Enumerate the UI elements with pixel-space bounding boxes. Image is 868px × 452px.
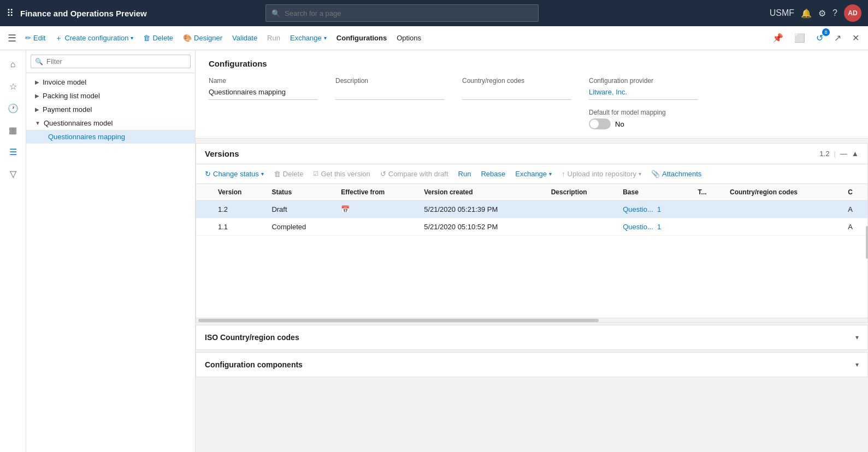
filter-icon-btn[interactable]: ▽ (3, 164, 23, 183)
pin-icon-btn[interactable]: 📌 (768, 31, 788, 45)
scroll-thumb[interactable] (198, 319, 599, 322)
row-base-2: Questio... 1 (616, 218, 691, 236)
expand-invoice-icon: ▶ (35, 79, 39, 85)
resize-handle[interactable] (866, 226, 868, 259)
search-input[interactable] (285, 9, 533, 17)
iso-section-header[interactable]: ISO Country/region codes ▾ (196, 325, 867, 349)
row-version-created: 5/21/2020 05:21:39 PM (417, 201, 544, 218)
calendar-icon[interactable]: 📅 (341, 205, 350, 213)
row-base-num[interactable]: 1 (657, 205, 661, 213)
run-button[interactable]: Run (263, 32, 285, 44)
tree-item-payment[interactable]: ▶ Payment model (26, 103, 195, 116)
tree-item-packing[interactable]: ▶ Packing list model (26, 89, 195, 103)
compare-icon: ↺ (380, 170, 386, 178)
col-status[interactable]: Status (265, 184, 334, 201)
search-bar[interactable]: 🔍 (265, 4, 539, 22)
attachments-btn[interactable]: 📎 Attachments (647, 168, 706, 180)
refresh-icon-btn[interactable]: ↺ 8 (812, 31, 828, 45)
versions-separator: | (834, 150, 835, 158)
country-codes-field: Country/region codes (462, 77, 571, 129)
upload-repo-btn[interactable]: ↑ Upload into repository ▾ (557, 168, 646, 180)
col-country-codes[interactable]: Country/region codes (723, 184, 841, 201)
row-description (545, 201, 616, 218)
versions-run-btn[interactable]: Run (454, 168, 476, 180)
table-row[interactable]: 1.1 Completed 5/21/2020 05:10:52 PM Ques… (196, 218, 867, 236)
app-title: Finance and Operations Preview (20, 9, 147, 18)
open-external-icon-btn[interactable]: ↗ (830, 31, 846, 45)
col-version[interactable]: Version (211, 184, 265, 201)
versions-collapse-btn[interactable]: ▲ (852, 150, 859, 158)
versions-section: Versions 1.2 | — ▲ ↻ Change status ▾ 🗑 D… (196, 143, 868, 323)
description-field: Description (335, 77, 445, 129)
edit-button[interactable]: ✏ Edit (21, 32, 50, 44)
row-base-link-2[interactable]: Questio... (623, 223, 653, 231)
expand-packing-icon: ▶ (35, 93, 39, 99)
username-label: USMF (770, 8, 794, 18)
workspace-icon-btn[interactable]: ▦ (3, 120, 23, 140)
waffle-icon[interactable]: ⠿ (7, 7, 14, 19)
col-version-created[interactable]: Version created (417, 184, 544, 201)
exchange-button[interactable]: Exchange ▾ (286, 32, 331, 44)
collapse-sidebar-icon[interactable]: ☰ (4, 30, 20, 46)
default-mapping-label: Default for model mapping (589, 109, 698, 116)
row-base-link[interactable]: Questio... (623, 205, 653, 213)
expand-questionnaires-icon: ▼ (35, 120, 40, 126)
configurations-button[interactable]: Configurations (332, 32, 391, 44)
list-icon-btn[interactable]: ☰ (3, 142, 23, 162)
compare-draft-btn[interactable]: ↺ Compare with draft (376, 168, 453, 180)
table-row[interactable]: 1.2 Draft 📅 5/21/2020 05:21:39 PM Questi… (196, 201, 867, 218)
tree-item-questionnaires-mapping[interactable]: Questionnaires mapping (26, 130, 195, 144)
col-base[interactable]: Base (616, 184, 691, 201)
name-value[interactable]: Questionnaires mapping (209, 87, 318, 100)
help-icon[interactable]: ? (832, 8, 837, 18)
col-t[interactable]: T... (692, 184, 723, 201)
settings-icon[interactable]: ⚙ (818, 8, 826, 19)
components-section-header[interactable]: Configuration components ▾ (196, 353, 867, 377)
table-scroll-bar[interactable] (196, 318, 867, 322)
designer-button[interactable]: 🎨 Designer (179, 32, 227, 44)
versions-header-right: 1.2 | — ▲ (819, 150, 859, 158)
upload-icon: ↑ (562, 170, 565, 178)
col-indicator (196, 184, 211, 201)
versions-table-header: Version Status Effective from Version cr… (196, 184, 867, 201)
create-config-button[interactable]: ＋ Create configuration ▾ (51, 31, 138, 45)
provider-label: Configuration provider (589, 77, 698, 85)
provider-link[interactable]: Litware, Inc. (589, 88, 627, 96)
exchange-caret: ▾ (324, 35, 327, 41)
notification-icon[interactable]: 🔔 (801, 8, 812, 19)
options-button[interactable]: Options (392, 32, 426, 44)
filter-icon: 🔍 (35, 58, 43, 66)
change-status-btn[interactable]: ↻ Change status ▾ (200, 168, 268, 180)
col-description[interactable]: Description (545, 184, 616, 201)
name-label: Name (209, 77, 318, 85)
default-mapping-toggle[interactable] (589, 118, 611, 129)
expand-icon-btn[interactable]: ⬜ (790, 31, 810, 45)
col-effective-from[interactable]: Effective from (334, 184, 417, 201)
change-status-icon: ↻ (205, 170, 211, 178)
delete-button[interactable]: 🗑 Delete (139, 32, 178, 44)
row-status-2: Completed (265, 218, 334, 236)
change-status-caret: ▾ (261, 171, 264, 177)
country-codes-value[interactable] (462, 87, 571, 100)
avatar[interactable]: AD (844, 4, 861, 22)
filter-input[interactable] (31, 55, 191, 68)
description-value[interactable] (335, 87, 445, 100)
validate-button[interactable]: Validate (228, 32, 262, 44)
tree-filter-area: 🔍 (26, 50, 195, 73)
recent-icon-btn[interactable]: 🕐 (3, 98, 23, 118)
versions-exchange-btn[interactable]: Exchange ▾ (511, 168, 556, 180)
tree-item-questionnaires-model[interactable]: ▼ Questionnaires model (26, 116, 195, 130)
close-icon-btn[interactable]: ✕ (848, 31, 864, 45)
col-c[interactable]: C (841, 184, 867, 201)
tree-item-invoice[interactable]: ▶ Invoice model (26, 75, 195, 89)
home-icon-btn[interactable]: ⌂ (3, 55, 23, 74)
favorites-icon-btn[interactable]: ☆ (3, 76, 23, 96)
get-version-btn[interactable]: ☑ Get this version (309, 168, 374, 180)
versions-delete-btn[interactable]: 🗑 Delete (269, 168, 308, 180)
rebase-btn[interactable]: Rebase (476, 168, 510, 180)
versions-table: Version Status Effective from Version cr… (196, 184, 867, 236)
provider-value[interactable]: Litware, Inc. (589, 87, 698, 100)
edit-icon: ✏ (25, 34, 31, 42)
row-base-num-2[interactable]: 1 (657, 223, 661, 231)
name-field: Name Questionnaires mapping (209, 77, 318, 129)
